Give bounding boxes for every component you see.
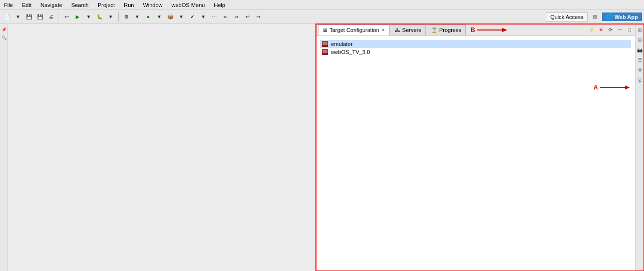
build-dropdown[interactable]: ▼	[132, 12, 142, 22]
right-icon-4[interactable]: ☰	[636, 56, 644, 64]
target-dropdown[interactable]: ▼	[154, 12, 164, 22]
tab-target-config-close[interactable]: ✕	[381, 28, 385, 32]
tab-target-config[interactable]: 🖥 Target Configuration ✕	[318, 24, 390, 36]
lint-dropdown[interactable]: ▼	[198, 12, 208, 22]
target-config-icon: 🖥	[323, 28, 328, 33]
pkg-dropdown[interactable]: ▼	[176, 12, 186, 22]
run-btn[interactable]: ▶	[73, 12, 83, 22]
pin-icon[interactable]: 📌	[1, 26, 8, 33]
tab-servers-label: Servers	[402, 27, 421, 33]
webapp-label: Web App	[614, 14, 638, 20]
webapp-button[interactable]: 🌐 Web App	[602, 12, 642, 21]
save-btn[interactable]: 💾	[24, 12, 34, 22]
webostv-label: webOS_TV_3.0	[331, 49, 370, 55]
new-btn[interactable]: 📄	[2, 12, 12, 22]
right-icon-5[interactable]: ⚙	[636, 66, 644, 74]
menu-bar: File Edit Navigate Search Project Run Wi…	[0, 0, 644, 10]
sep2	[118, 12, 119, 22]
right-icon-6[interactable]: 📡	[636, 76, 644, 84]
svg-marker-3	[625, 86, 630, 90]
menu-file[interactable]: File	[2, 2, 15, 8]
nav-btn[interactable]: ⇐	[220, 12, 230, 22]
perspective-btn[interactable]: ⊞	[590, 12, 600, 22]
lint-btn[interactable]: ✔	[187, 12, 197, 22]
save-all-btn[interactable]: 💾	[35, 12, 45, 22]
debug-btn[interactable]: 🐛	[95, 12, 105, 22]
right-icon-2[interactable]: ⊟	[636, 36, 644, 44]
tab-action-minimize[interactable]: ─	[615, 26, 624, 34]
menu-edit[interactable]: Edit	[20, 2, 34, 8]
undo-nav[interactable]: ↩	[242, 12, 252, 22]
tree-item-emulator[interactable]: emulator	[320, 40, 631, 48]
tab-action-connect[interactable]: ⚡	[587, 26, 596, 34]
tab-servers[interactable]: 🖧 Servers	[391, 24, 426, 36]
run-dropdown[interactable]: ▼	[84, 12, 94, 22]
target-btn[interactable]: ●	[143, 12, 153, 22]
left-sidebar-icons: 📌 🔍	[0, 24, 8, 271]
main-layout: 📌 🔍 🖥 Target Configuration ✕ 🖧 Servers ⏳	[0, 24, 644, 271]
menu-navigate[interactable]: Navigate	[39, 2, 64, 8]
annotation-b-label: B	[471, 26, 475, 34]
tab-bar: 🖥 Target Configuration ✕ 🖧 Servers ⏳ Pro…	[316, 24, 635, 36]
emulator-device-icon	[322, 41, 328, 47]
emulator-label: emulator	[331, 41, 353, 47]
tab-bar-actions: ⚡ ✕ ⟳ ─ □	[587, 26, 635, 34]
last-edit[interactable]: ↪	[253, 12, 263, 22]
annotation-a-area: A	[593, 84, 630, 91]
right-icon-3[interactable]: 📷	[636, 46, 644, 54]
more-btn[interactable]: ⋯	[209, 12, 219, 22]
build-btn[interactable]: ⚙	[121, 12, 131, 22]
content-area: emulator webOS_TV_3.0 A	[316, 36, 635, 271]
menu-run[interactable]: Run	[122, 2, 136, 8]
right-sidebar-icons: ⊞ ⊟ 📷 ☰ ⚙ 📡	[635, 24, 644, 271]
right-panel-wrapper: 🖥 Target Configuration ✕ 🖧 Servers ⏳ Pro…	[316, 24, 644, 271]
dropdown-btn[interactable]: ▼	[13, 12, 23, 22]
debug-dropdown[interactable]: ▼	[106, 12, 116, 22]
arrow-a-svg	[600, 84, 630, 91]
menu-webos[interactable]: webOS Menu	[170, 2, 207, 8]
tab-action-close[interactable]: ✕	[596, 26, 605, 34]
svg-marker-1	[502, 28, 507, 32]
menu-window[interactable]: Window	[141, 2, 164, 8]
menu-help[interactable]: Help	[212, 2, 227, 8]
tab-action-maximize[interactable]: □	[625, 26, 634, 34]
menu-search[interactable]: Search	[69, 2, 91, 8]
annotation-b-area: B	[471, 26, 507, 34]
zoom-icon[interactable]: 🔍	[1, 34, 8, 41]
fwd-btn[interactable]: ⇒	[231, 12, 241, 22]
tree-item-webostv[interactable]: webOS_TV_3.0	[320, 48, 631, 56]
webapp-icon: 🌐	[606, 14, 613, 20]
toolbar: 📄 ▼ 💾 💾 🖨 ↩ ▶ ▼ 🐛 ▼ ⚙ ▼ ● ▼ 📦 ▼ ✔ ▼ ⋯ ⇐ …	[0, 10, 644, 24]
tab-progress-label: Progress	[439, 27, 461, 33]
back-btn[interactable]: ↩	[62, 12, 72, 22]
servers-icon: 🖧	[395, 28, 400, 33]
annotation-a-label: A	[593, 84, 598, 91]
sep1	[59, 12, 59, 22]
arrow-b-svg	[477, 26, 507, 34]
quick-access-area: Quick Access ⊞ 🌐 Web App	[546, 12, 642, 22]
tab-target-config-label: Target Configuration	[330, 27, 379, 33]
progress-icon: ⏳	[431, 28, 437, 33]
webostv-device-icon	[322, 49, 328, 55]
tab-action-refresh[interactable]: ⟳	[606, 26, 615, 34]
tab-progress[interactable]: ⏳ Progress	[427, 24, 466, 36]
quick-access-button[interactable]: Quick Access	[546, 12, 588, 22]
pkg-btn[interactable]: 📦	[165, 12, 175, 22]
right-icon-1[interactable]: ⊞	[636, 26, 644, 34]
menu-project[interactable]: Project	[96, 2, 117, 8]
editor-area	[8, 24, 316, 271]
print-btn[interactable]: 🖨	[46, 12, 56, 22]
right-panel: 🖥 Target Configuration ✕ 🖧 Servers ⏳ Pro…	[316, 24, 635, 271]
